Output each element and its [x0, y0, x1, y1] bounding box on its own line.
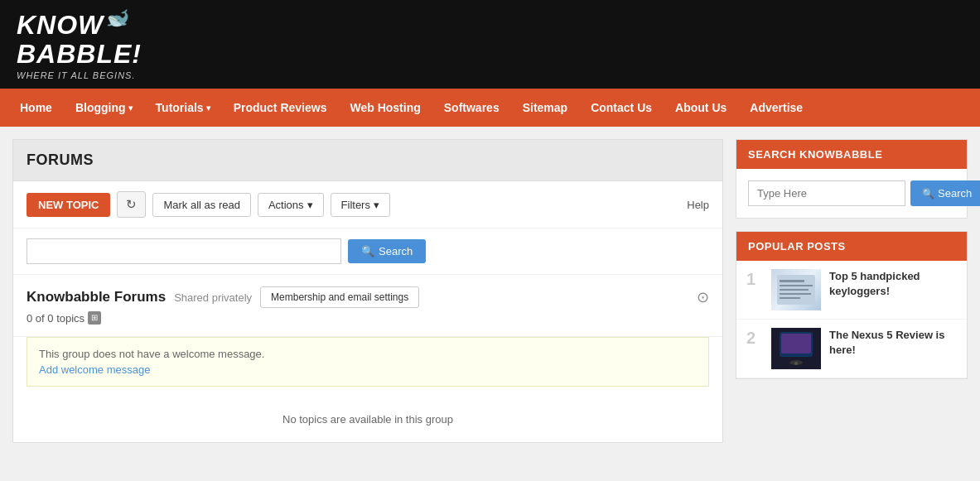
whale-icon: 🐋	[105, 8, 128, 28]
refresh-icon: ↻	[126, 197, 137, 211]
post-title-link[interactable]: The Nexus 5 Review is here!	[829, 328, 957, 358]
nav-advertise[interactable]: Advertise	[738, 91, 814, 124]
forums-search-button[interactable]: 🔍 Search	[348, 239, 426, 263]
chevron-down-icon: ▾	[374, 199, 379, 211]
post-number: 1	[746, 271, 763, 287]
welcome-area: This group does not have a welcome messa…	[27, 337, 709, 387]
svg-rect-2	[780, 285, 813, 286]
nav-tutorials[interactable]: Tutorials ▾	[144, 91, 222, 124]
site-name: KNOW🐋BABBLE! where it all begins.	[17, 8, 142, 80]
site-tagline: where it all begins.	[17, 70, 142, 80]
nav-blogging[interactable]: Blogging ▾	[64, 91, 144, 124]
main-nav: Home Blogging ▾ Tutorials ▾ Product Revi…	[0, 89, 980, 127]
post-thumbnail	[771, 269, 821, 310]
main-layout: FORUMS NEW TOPIC ↻ Mark all as read Acti…	[0, 127, 980, 455]
search-icon: 🔍	[361, 245, 374, 257]
nav-about-us[interactable]: About Us	[664, 91, 738, 124]
sidebar-search-section: SEARCH KNOWBABBLE 🔍 Search	[736, 139, 968, 219]
membership-button[interactable]: Membership and email settings	[260, 286, 419, 308]
svg-rect-1	[780, 280, 804, 282]
new-topic-button[interactable]: NEW TOPIC	[27, 193, 110, 217]
forums-header: FORUMS	[13, 140, 722, 181]
sidebar-search-input[interactable]	[748, 180, 905, 206]
svg-point-10	[794, 362, 798, 365]
chevron-down-icon: ▾	[307, 199, 313, 211]
chevron-down-icon: ▾	[128, 103, 133, 113]
nav-sitemap[interactable]: Sitemap	[511, 91, 579, 124]
topics-icon: ⊞	[88, 311, 101, 325]
sidebar-search-button[interactable]: 🔍 Search	[910, 180, 980, 206]
refresh-button[interactable]: ↻	[117, 191, 146, 218]
post-title-link[interactable]: Top 5 handpicked keyloggers!	[829, 269, 957, 299]
list-item: 1 Top 5 handpicked keyloggers!	[736, 261, 967, 320]
chevron-down-icon: ▾	[206, 103, 210, 113]
actions-button[interactable]: Actions ▾	[258, 193, 324, 217]
nav-contact-us[interactable]: Contact Us	[579, 91, 664, 124]
svg-rect-8	[781, 334, 811, 354]
site-header: KNOW🐋BABBLE! where it all begins.	[0, 0, 980, 89]
forum-group: Knowbabble Forums Shared privately Membe…	[13, 275, 722, 337]
search-section-title: SEARCH KNOWBABBLE	[736, 140, 967, 169]
post-number: 2	[746, 329, 763, 346]
filters-button[interactable]: Filters ▾	[331, 193, 390, 217]
content-area: FORUMS NEW TOPIC ↻ Mark all as read Acti…	[12, 139, 723, 443]
popular-posts-list: 1 Top 5 handpicked keyloggers!	[736, 261, 967, 378]
popular-posts-section: POPULAR POSTS 1	[736, 231, 968, 379]
forum-group-name: Knowbabble Forums	[27, 289, 166, 305]
toolbar: NEW TOPIC ↻ Mark all as read Actions ▾ F…	[13, 181, 722, 228]
sidebar-search-area: 🔍 Search	[736, 169, 967, 218]
logo[interactable]: KNOW🐋BABBLE! where it all begins.	[17, 8, 142, 80]
search-icon: 🔍	[922, 188, 934, 200]
mark-all-read-button[interactable]: Mark all as read	[152, 193, 250, 217]
add-welcome-link[interactable]: Add welcome message	[39, 363, 697, 376]
topics-count: 0 of 0 topics ⊞	[27, 311, 709, 325]
nav-web-hosting[interactable]: Web Hosting	[338, 91, 432, 124]
help-link[interactable]: Help	[687, 199, 709, 211]
list-item: 2 The Nexus 5 Review is here!	[736, 320, 967, 378]
no-topics-message: No topics are available in this group	[13, 397, 722, 442]
popular-section-title: POPULAR POSTS	[736, 232, 967, 261]
forums-title: FORUMS	[27, 152, 709, 169]
nav-home[interactable]: Home	[8, 91, 64, 124]
nav-product-reviews[interactable]: Product Reviews	[222, 91, 339, 124]
expand-icon[interactable]: ⊙	[697, 288, 709, 306]
svg-rect-3	[780, 289, 809, 291]
forum-shared-label: Shared privately	[174, 291, 252, 304]
svg-rect-5	[780, 297, 800, 299]
welcome-message-text: This group does not have a welcome messa…	[39, 348, 264, 360]
nav-softwares[interactable]: Softwares	[432, 91, 511, 124]
forums-search-input[interactable]	[27, 238, 341, 264]
forum-group-header: Knowbabble Forums Shared privately Membe…	[27, 286, 709, 308]
search-row: 🔍 Search	[13, 228, 722, 275]
svg-rect-4	[780, 293, 811, 295]
post-thumbnail	[771, 328, 821, 369]
sidebar: SEARCH KNOWBABBLE 🔍 Search POPULAR POSTS…	[736, 139, 968, 443]
